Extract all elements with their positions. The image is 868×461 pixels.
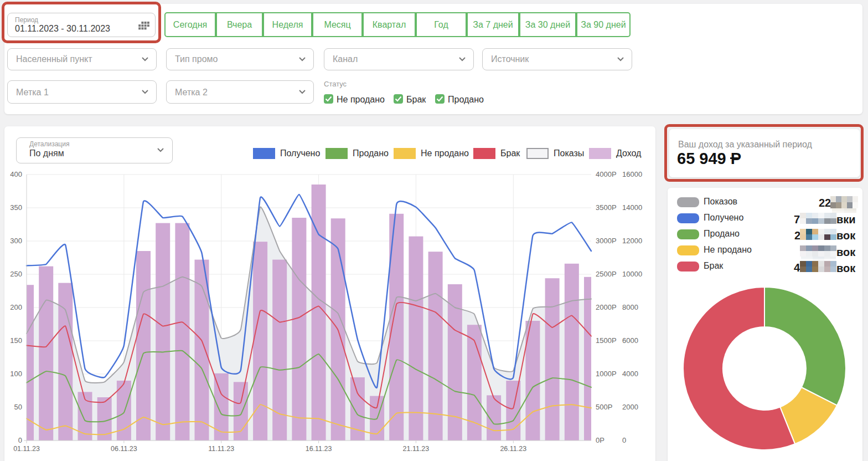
svg-text:350: 350: [10, 203, 22, 212]
svg-text:26.11.23: 26.11.23: [500, 445, 526, 453]
svg-text:0: 0: [18, 436, 22, 444]
svg-text:01.11.23: 01.11.23: [13, 445, 40, 453]
svg-text:4000Р: 4000Р: [596, 170, 617, 178]
svg-text:2000Р: 2000Р: [596, 303, 617, 311]
svg-text:50: 50: [14, 403, 22, 411]
svg-text:1000Р: 1000Р: [596, 370, 617, 378]
svg-text:10000: 10000: [622, 270, 642, 278]
svg-text:300: 300: [10, 237, 22, 245]
svg-text:6000: 6000: [622, 336, 638, 345]
svg-text:500Р: 500Р: [596, 403, 612, 411]
svg-text:0: 0: [622, 436, 626, 444]
svg-text:150: 150: [10, 336, 22, 345]
svg-text:3500Р: 3500Р: [596, 203, 617, 212]
svg-text:2500Р: 2500Р: [596, 270, 617, 278]
svg-text:0Р: 0Р: [596, 436, 604, 444]
svg-text:16.11.23: 16.11.23: [306, 445, 332, 453]
svg-text:200: 200: [10, 303, 22, 311]
svg-text:8000: 8000: [622, 303, 638, 311]
svg-text:3000Р: 3000Р: [596, 237, 617, 245]
svg-text:06.11.23: 06.11.23: [111, 445, 137, 453]
svg-text:4000: 4000: [622, 370, 638, 378]
svg-text:250: 250: [10, 270, 22, 278]
svg-text:21.11.23: 21.11.23: [403, 445, 430, 453]
svg-text:12000: 12000: [622, 237, 642, 245]
svg-text:16000: 16000: [622, 170, 642, 178]
svg-text:100: 100: [10, 370, 22, 378]
svg-text:14000: 14000: [622, 203, 642, 212]
svg-text:2000: 2000: [622, 403, 638, 411]
svg-text:11.11.23: 11.11.23: [208, 445, 234, 453]
svg-text:400: 400: [10, 170, 22, 178]
svg-text:1500Р: 1500Р: [596, 336, 617, 345]
